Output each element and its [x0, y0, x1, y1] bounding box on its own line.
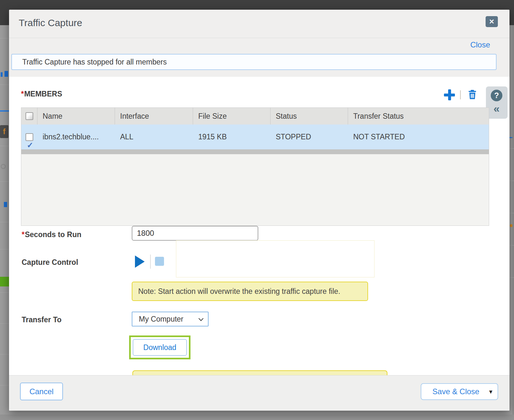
screen: f Traffic Capture ✕ Close Traffic Captur… — [0, 0, 514, 420]
background-divider — [0, 292, 9, 293]
background-green-bar — [0, 277, 9, 286]
header-checkbox-cell — [21, 108, 37, 125]
seconds-to-run-input[interactable] — [132, 226, 258, 241]
background-divider — [0, 146, 9, 146]
delete-member-button[interactable] — [467, 89, 478, 101]
dialog-body: *MEMBERS ? « — [9, 77, 509, 375]
transfer-to-value: My Computer — [139, 312, 183, 326]
background-divider — [0, 222, 9, 222]
help-icon[interactable]: ? — [491, 90, 502, 101]
background-link-fragment — [1, 72, 3, 77]
members-label: *MEMBERS — [21, 90, 62, 98]
cell-interface: ALL — [115, 125, 193, 149]
background-divider — [0, 38, 9, 38]
dialog-subheader: Close Traffic Capture has stopped for al… — [9, 38, 509, 77]
horizontal-scrollbar[interactable] — [21, 149, 489, 154]
transfer-to-select[interactable]: My Computer — [132, 312, 209, 326]
background-footer-band — [0, 415, 514, 420]
cell-name: ibns2.techblue.... — [37, 125, 115, 149]
save-close-button[interactable]: Save & Close ▾ — [421, 383, 498, 400]
toolbar-divider — [460, 90, 461, 99]
background-glyph-fragment — [1, 164, 6, 169]
background-divider — [509, 181, 514, 181]
side-panel: ? « — [486, 86, 508, 119]
background-divider — [0, 181, 9, 182]
background-divider — [509, 213, 514, 213]
collapse-icon[interactable]: « — [491, 102, 502, 115]
plus-icon — [444, 89, 455, 100]
background-link-fragment — [5, 71, 8, 77]
required-asterisk: * — [21, 90, 24, 98]
column-header-transfer-status[interactable]: Transfer Status — [348, 108, 489, 125]
seconds-to-run-label: *Seconds to Run — [22, 230, 81, 239]
dialog-title: Traffic Capture — [19, 17, 82, 28]
column-header-interface[interactable]: Interface — [115, 108, 193, 125]
clipped-note — [132, 370, 387, 375]
background-divider — [0, 385, 9, 385]
background-page-right-fragment — [509, 0, 514, 420]
cell-status: STOPPED — [271, 125, 348, 149]
close-icon[interactable]: ✕ — [486, 16, 498, 27]
dialog-titlebar: Traffic Capture ✕ — [9, 10, 509, 38]
column-header-file-size[interactable]: File Size — [193, 108, 271, 125]
members-label-text: MEMBERS — [24, 90, 62, 98]
cell-file-size: 1915 KB — [193, 125, 271, 149]
select-all-checkbox[interactable] — [26, 112, 33, 120]
transfer-to-label: Transfer To — [22, 315, 62, 324]
column-header-status[interactable]: Status — [271, 108, 348, 125]
required-asterisk: * — [22, 230, 25, 239]
table-header: Name Interface File Size Status Transfer… — [21, 108, 489, 125]
background-divider — [0, 323, 9, 324]
row-checkbox[interactable]: ✓ — [26, 133, 33, 141]
close-link[interactable]: Close — [470, 40, 490, 49]
cancel-button[interactable]: Cancel — [20, 383, 63, 400]
background-divider — [509, 148, 514, 149]
dialog-footer: Cancel Save & Close ▾ — [9, 375, 509, 411]
capture-control-label: Capture Control — [22, 258, 78, 267]
table-row[interactable]: ✓ ibns2.techblue.... ALL 1915 KB STOPPED… — [21, 125, 489, 149]
stop-capture-button[interactable] — [155, 257, 164, 266]
download-highlight-box: Download — [129, 335, 190, 359]
background-page-left-fragment: f — [0, 0, 9, 420]
play-icon — [135, 255, 145, 268]
row-checkbox-cell: ✓ — [21, 125, 37, 149]
caret-down-icon: ▾ — [489, 388, 492, 395]
traffic-capture-dialog: Traffic Capture ✕ Close Traffic Capture … — [9, 10, 509, 411]
background-divider — [509, 245, 514, 245]
background-divider — [509, 277, 514, 278]
seconds-label-text: Seconds to Run — [25, 230, 81, 239]
capture-control-divider — [150, 255, 151, 269]
background-link-fragment — [4, 202, 7, 207]
background-divider — [0, 354, 9, 355]
start-capture-button[interactable] — [135, 255, 146, 268]
background-divider — [0, 249, 9, 249]
add-member-button[interactable] — [444, 89, 456, 101]
status-message: Traffic Capture has stopped for all memb… — [11, 54, 497, 70]
background-badge: f — [0, 125, 8, 138]
background-divider — [0, 85, 9, 85]
chevron-down-icon — [199, 316, 204, 321]
overwrite-note: Note: Start action will overwrite the ex… — [132, 282, 368, 301]
background-tab-indicator — [0, 110, 9, 112]
download-button[interactable]: Download — [133, 339, 187, 356]
column-header-name[interactable]: Name — [37, 108, 115, 125]
trash-icon — [467, 96, 478, 101]
save-close-label: Save & Close — [432, 387, 479, 396]
background-scrollbar[interactable] — [512, 25, 514, 420]
faded-note-outline — [176, 240, 375, 277]
cell-transfer-status: NOT STARTED — [348, 125, 489, 149]
members-table: Name Interface File Size Status Transfer… — [21, 107, 489, 226]
check-icon: ✓ — [27, 133, 33, 150]
